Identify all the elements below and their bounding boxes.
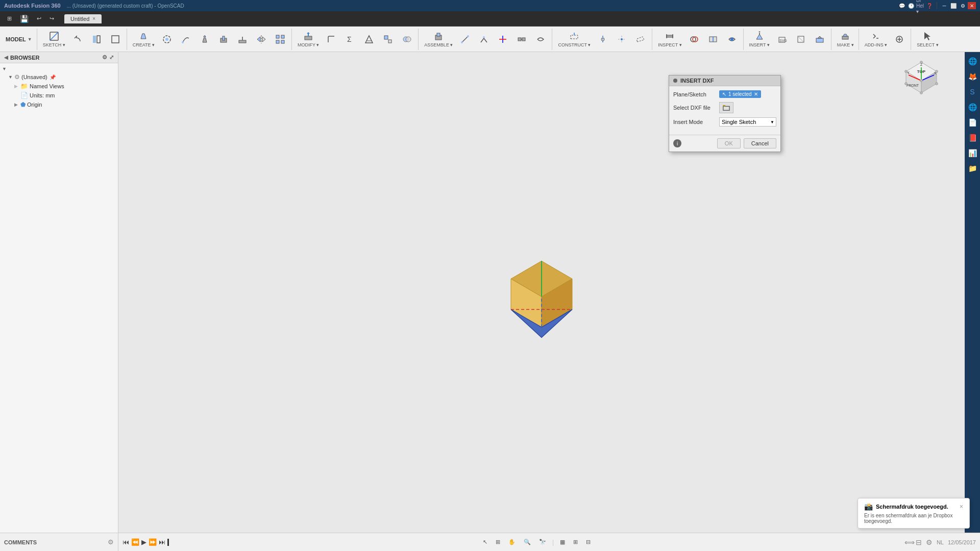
notification-close-button[interactable]: × [960, 503, 963, 510]
right-btn-4[interactable]: 🌐 [965, 100, 979, 114]
project-button[interactable] [87, 29, 106, 50]
tree-units[interactable]: ▶ 📄 Units: mm [0, 91, 118, 100]
right-btn-3[interactable]: S [965, 85, 979, 99]
section-analysis-button[interactable] [704, 29, 722, 50]
zoom-ctrl-btn[interactable]: 🔍 [521, 538, 534, 546]
press-pull-button[interactable]: MODIFY ▾ [295, 29, 322, 50]
extrude-button[interactable]: CREATE ▾ [130, 29, 157, 50]
scripts-button[interactable]: ADD-INS ▾ [862, 29, 890, 50]
insert-svg-button[interactable]: SVG [773, 29, 791, 50]
info-icon[interactable]: i [673, 139, 681, 147]
grid3-ctrl-btn[interactable]: ⊟ [583, 538, 594, 546]
new-component-button[interactable]: ASSEMBLE ▾ [422, 29, 455, 50]
tree-origin[interactable]: ▶ ⬟ Origin [0, 100, 118, 109]
tree-root[interactable]: ▼ [0, 65, 118, 72]
right-btn-8[interactable]: 📁 [965, 161, 979, 176]
viewport[interactable]: INSERT DXF Plane/Sketch ↖ 1 selected ✕ [118, 52, 965, 533]
tree-unsaved[interactable]: ▼ ⚙ (Unsaved) 📌 [0, 72, 118, 82]
create-sketch-button[interactable]: SKETCH ▾ [40, 29, 68, 50]
first-frame-button[interactable]: ⏮ [122, 538, 129, 546]
right-btn-5[interactable]: 📄 [965, 115, 979, 130]
insert-decal-button[interactable] [811, 29, 829, 50]
rib-button[interactable] [214, 29, 233, 50]
measure-button[interactable]: INSPECT ▾ [655, 29, 684, 50]
as-built-joint-button[interactable] [475, 29, 493, 50]
insert-mode-select[interactable]: Single Sketch Multiple Sketches [719, 117, 776, 127]
fit-ctrl-btn[interactable]: ⊞ [493, 538, 503, 546]
clock-icon[interactable]: 🕐 [907, 2, 915, 9]
joint-button[interactable] [456, 29, 474, 50]
axis-button[interactable] [594, 29, 612, 50]
clear-selection-button[interactable]: ✕ [754, 91, 758, 97]
3dprint-button[interactable]: MAKE ▾ [835, 29, 856, 50]
play-button[interactable]: ▶ [141, 538, 146, 546]
minimize-button[interactable]: ─ [940, 2, 948, 9]
joint-origin-button[interactable] [494, 29, 512, 50]
timeline-marker[interactable] [167, 539, 169, 546]
browser-settings-icon[interactable]: ⚙ [102, 54, 107, 61]
section-button[interactable] [360, 29, 378, 50]
grid1-ctrl-btn[interactable]: ▦ [557, 538, 568, 546]
construct-extra-button[interactable] [631, 29, 650, 50]
undo-button[interactable] [68, 29, 87, 50]
app-menu-icon[interactable]: ⊞ [4, 14, 15, 23]
sigma-button[interactable]: Σ [341, 29, 359, 50]
loft-button[interactable] [195, 29, 214, 50]
undo-icon[interactable]: ↩ [34, 14, 44, 23]
browse-file-button[interactable] [719, 102, 733, 113]
nav-cube[interactable]: TOP FRONT X Y Z [898, 57, 944, 103]
settings-icon-bottom[interactable]: ⚙ [926, 538, 933, 546]
prev-frame-button[interactable]: ⏪ [131, 538, 139, 546]
combine-button[interactable] [398, 29, 416, 50]
web-button[interactable] [233, 29, 252, 50]
selected-badge[interactable]: ↖ 1 selected ✕ [719, 90, 761, 98]
last-frame-button[interactable]: ⏭ [159, 538, 165, 546]
ok-button[interactable]: OK [717, 138, 741, 148]
help-button[interactable]: ❓ [925, 2, 934, 9]
grid2-ctrl-btn[interactable]: ⊞ [570, 538, 581, 546]
settings-button[interactable]: ⚙ [959, 2, 967, 9]
resize-handle-icon[interactable]: ⟺ [904, 538, 915, 546]
rigid-group-button[interactable] [512, 29, 531, 50]
save-icon[interactable]: 💾 [17, 14, 32, 24]
tab-close-button[interactable]: × [92, 16, 95, 21]
point-button[interactable] [612, 29, 631, 50]
chat-icon[interactable]: 💬 [898, 2, 906, 9]
select-button[interactable]: SELECT ▾ [914, 29, 941, 50]
motion-link-button[interactable] [531, 29, 550, 50]
layout-icon[interactable]: ⊟ [916, 538, 922, 546]
cancel-button[interactable]: Cancel [744, 138, 776, 148]
insert-mode-label: Insert Mode [673, 119, 719, 125]
insert-mesh-button[interactable]: INSERT ▾ [747, 29, 772, 50]
right-btn-6[interactable]: 📕 [965, 131, 979, 145]
model-dropdown[interactable]: MODEL ▼ [3, 29, 35, 50]
scale-button[interactable] [379, 29, 397, 50]
redo-icon[interactable]: ↪ [46, 14, 57, 23]
right-btn-2[interactable]: 🦊 [965, 69, 979, 84]
addins-extra-button[interactable] [890, 29, 909, 50]
pattern-button[interactable] [271, 29, 289, 50]
look-ctrl-btn[interactable]: 🔭 [536, 538, 549, 546]
browser-expand-icon[interactable]: ⤢ [109, 54, 114, 61]
restore-button[interactable]: ⬜ [949, 2, 958, 9]
comments-settings-icon[interactable]: ⚙ [108, 538, 114, 546]
dimension-button[interactable] [106, 29, 125, 50]
active-tab[interactable]: Untitled × [64, 14, 102, 23]
right-btn-7[interactable]: 📊 [965, 146, 979, 160]
revolve-button[interactable] [158, 29, 176, 50]
mirror-button[interactable] [252, 29, 271, 50]
interference-button[interactable] [685, 29, 703, 50]
collapse-arrow[interactable]: ◀ [4, 55, 8, 60]
fillet-button[interactable] [322, 29, 340, 50]
cursor-ctrl-btn[interactable]: ↖ [480, 538, 491, 546]
pan-ctrl-btn[interactable]: ✋ [505, 538, 519, 546]
tree-named-views[interactable]: ▶ 📁 Named Views [0, 82, 118, 91]
display-button[interactable] [723, 29, 741, 50]
sweep-button[interactable] [177, 29, 195, 50]
close-button[interactable]: ✕ [968, 2, 976, 9]
right-btn-1[interactable]: 🌐 [965, 54, 979, 68]
user-menu[interactable]: Br Hel ▾ [916, 2, 924, 9]
next-frame-button[interactable]: ⏩ [149, 538, 157, 546]
construct-plane-button[interactable]: CONSTRUCT ▾ [555, 29, 593, 50]
insert-canvas-button[interactable] [792, 29, 810, 50]
